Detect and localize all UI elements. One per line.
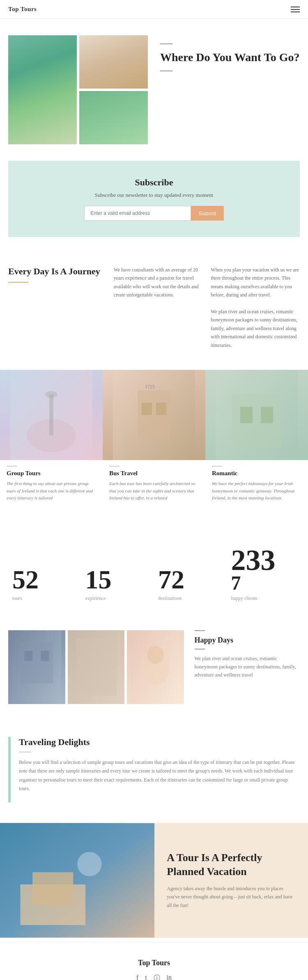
- tour-card-content-2: Bus Travel Each bus tour has been carefu…: [103, 460, 205, 508]
- tour-text-2: Each bus tour has been carefully archite…: [109, 480, 199, 502]
- tour-title-3: Romantic: [212, 470, 301, 477]
- journey-left: Every Day Is A Journey: [8, 266, 101, 349]
- delights-content: Traveling Delights Below you will find a…: [19, 737, 300, 802]
- stat-experience-label: expirience: [85, 595, 150, 602]
- delights-divider: [19, 752, 31, 752]
- hamburger-menu[interactable]: [291, 7, 300, 12]
- journey-title: Every Day Is A Journey: [8, 266, 101, 278]
- journey-section: Every Day Is A Journey We have consultan…: [0, 245, 308, 370]
- hero-section: Where Do You Want To Go?: [0, 19, 308, 153]
- tour-text-3: We have the perfect hideaways for your I…: [212, 480, 301, 502]
- journey-col-1: We have consultants with an average of 2…: [114, 266, 203, 349]
- tour-card-content-3: Romantic We have the perfect hideaways f…: [205, 460, 308, 508]
- header: Top Tours: [0, 0, 308, 19]
- tour-divider-3: [212, 466, 222, 467]
- happy-divider-top: [195, 630, 205, 631]
- tour-card-1: Group Tours The first thing to say about…: [0, 370, 103, 508]
- svg-rect-7: [156, 403, 166, 415]
- svg-rect-15: [24, 651, 32, 661]
- tour-image-3: [205, 370, 308, 460]
- stat-experience: 15 expirience: [81, 567, 154, 602]
- stat-clients: 233 7 happy clients: [227, 545, 300, 602]
- svg-rect-11: [240, 407, 253, 423]
- hero-divider-bottom: [160, 71, 172, 71]
- hero-title: Where Do You Want To Go?: [160, 50, 300, 65]
- happy-text: Happy Days We plan river and ocean cruis…: [191, 630, 300, 704]
- stat-tours-label: tours: [12, 595, 77, 602]
- vacation-text: Agency takes away the hussle and introdu…: [167, 884, 296, 909]
- delights-section: Traveling Delights Below you will find a…: [0, 720, 308, 819]
- footer: Top Tours f t ⓘ in: [0, 942, 308, 980]
- svg-rect-24: [32, 872, 73, 905]
- tour-divider-1: [7, 466, 17, 467]
- stat-tours-number: 52: [12, 567, 77, 593]
- social-facebook[interactable]: f: [136, 974, 138, 980]
- vacation-text-box: A Tour Is A Perfectly Planned Vacation A…: [154, 823, 308, 938]
- happy-image-2: [68, 630, 125, 704]
- svg-rect-2: [49, 394, 53, 435]
- tour-card-3: Romantic We have the perfect hideaways f…: [205, 370, 308, 508]
- journey-accent: [8, 282, 29, 283]
- tour-divider-2: [109, 466, 120, 467]
- stat-destinations-number: 72: [158, 567, 223, 593]
- tour-image-2: 1725: [103, 370, 205, 460]
- tour-card-content-1: Group Tours The first thing to say about…: [0, 460, 103, 508]
- svg-rect-12: [261, 407, 273, 423]
- subscribe-section: Subscribe Subscribe our newsletter to st…: [8, 161, 300, 237]
- tour-text-1: The first thing to say about our private…: [7, 480, 96, 502]
- happy-days-section: Happy Days We plan river and ocean cruis…: [0, 622, 308, 712]
- tour-title-1: Group Tours: [7, 470, 96, 477]
- tour-title-2: Bus Travel: [109, 470, 199, 477]
- vacation-image: [0, 823, 154, 938]
- subscribe-description: Subscribe our newsletter to stay updated…: [21, 192, 287, 198]
- stat-clients-big: 233: [231, 545, 296, 575]
- subscribe-form: Submit: [21, 206, 287, 221]
- footer-logo: Top Tours: [8, 959, 300, 967]
- hero-images: [8, 35, 148, 144]
- delights-accent: [8, 737, 11, 802]
- stat-tours: 52 tours: [8, 567, 81, 602]
- svg-text:1725: 1725: [145, 384, 155, 390]
- hero-image-2: [79, 35, 148, 89]
- happy-image-3: [127, 630, 184, 704]
- subscribe-email-input[interactable]: [84, 206, 191, 221]
- hero-text: Where Do You Want To Go?: [156, 35, 300, 71]
- subscribe-submit-button[interactable]: Submit: [191, 206, 223, 221]
- social-instagram[interactable]: ⓘ: [154, 974, 160, 980]
- svg-point-25: [77, 852, 101, 876]
- happy-title: Happy Days: [195, 636, 300, 645]
- svg-point-21: [147, 646, 163, 664]
- svg-rect-6: [142, 403, 152, 415]
- stats-section: 52 tours 15 expirience 72 destinations 2…: [0, 525, 308, 622]
- footer-social: f t ⓘ in: [8, 974, 300, 980]
- journey-right: We have consultants with an average of 2…: [114, 266, 300, 349]
- delights-title: Traveling Delights: [19, 737, 300, 748]
- tour-image-1: [0, 370, 103, 460]
- vacation-title: A Tour Is A Perfectly Planned Vacation: [167, 851, 296, 879]
- svg-point-3: [45, 391, 57, 398]
- subscribe-title: Subscribe: [21, 177, 287, 188]
- stat-experience-number: 15: [85, 567, 150, 593]
- happy-image-1: [8, 630, 65, 704]
- hero-divider-top: [160, 43, 172, 44]
- happy-images: [8, 630, 184, 704]
- tours-section: Group Tours The first thing to say about…: [0, 370, 308, 525]
- logo: Top Tours: [8, 6, 37, 13]
- happy-divider-bottom: [195, 649, 205, 650]
- vacation-section: A Tour Is A Perfectly Planned Vacation A…: [0, 823, 308, 938]
- happy-text-content: We plan river and ocean cruises, romanti…: [195, 654, 300, 679]
- stat-destinations-label: destinations: [158, 595, 223, 602]
- svg-rect-16: [41, 651, 49, 661]
- svg-rect-14: [20, 643, 53, 684]
- svg-rect-10: [232, 394, 281, 448]
- social-linkedin[interactable]: in: [167, 974, 172, 980]
- journey-col-2: When you plan your vacation with us we a…: [211, 266, 300, 349]
- social-twitter[interactable]: t: [145, 974, 147, 980]
- delights-text: Below you will find a selection of sampl…: [19, 758, 300, 793]
- stat-destinations: 72 destinations: [154, 567, 227, 602]
- svg-rect-18: [76, 638, 117, 696]
- stat-clients-label: happy clients: [231, 595, 296, 602]
- tour-card-2: 1725 Bus Travel Each bus tour has been c…: [103, 370, 205, 508]
- hero-image-3: [79, 91, 148, 144]
- hero-image-1: [8, 35, 77, 144]
